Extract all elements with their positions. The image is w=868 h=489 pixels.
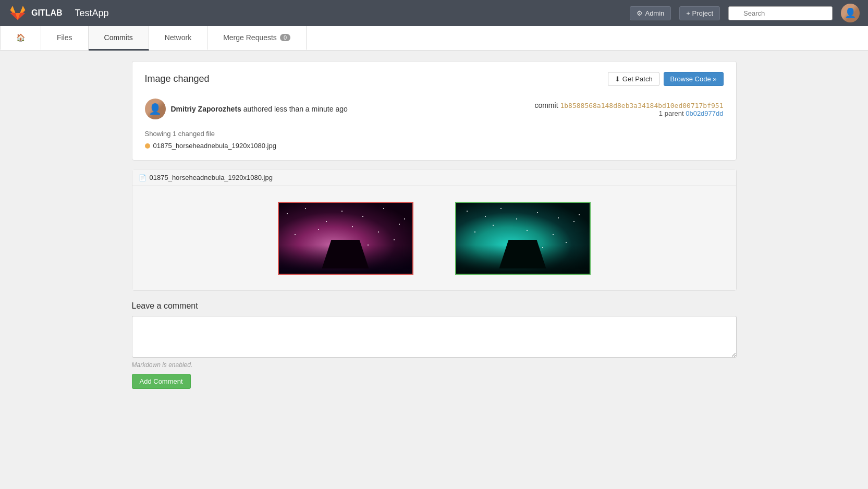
tab-home[interactable]: 🏠 <box>0 26 41 51</box>
commit-header: Image changed ⬇ Get Patch Browse Code » <box>145 72 724 86</box>
header: GITLAB TestApp ⚙ Admin + Project 🔍 👤 <box>0 0 868 26</box>
merge-requests-badge: 0 <box>280 34 290 41</box>
logo-text: GITLAB <box>31 8 63 18</box>
after-image <box>455 202 591 275</box>
main-content: Image changed ⬇ Get Patch Browse Code » … <box>121 51 747 399</box>
parent-hash-link[interactable]: 0b02d977dd <box>686 109 723 117</box>
home-icon: 🏠 <box>16 33 25 42</box>
commit-panel: Image changed ⬇ Get Patch Browse Code » … <box>132 61 737 161</box>
comment-textarea[interactable] <box>132 316 737 358</box>
project-button[interactable]: + Project <box>679 6 720 20</box>
time-ago: less than a minute ago <box>274 105 348 113</box>
comment-title: Leave a comment <box>132 301 737 311</box>
file-list-item: 01875_horseheadnebula_1920x1080.jpg <box>145 142 724 150</box>
gitlab-logo-icon <box>8 4 27 22</box>
before-nebula <box>278 202 413 275</box>
app-name: TestApp <box>75 8 109 19</box>
commit-hash-line: commit 1b8588568a148d8eb3a34184bd10ed007… <box>534 101 723 109</box>
file-changed-dot <box>145 143 150 149</box>
file-icon: 📄 <box>139 174 146 181</box>
commit-parent-line: 1 parent 0b02d977dd <box>534 109 723 117</box>
tab-merge-requests[interactable]: Merge Requests 0 <box>207 26 307 51</box>
add-comment-button[interactable]: Add Comment <box>132 374 191 389</box>
markdown-hint: Markdown is enabled. <box>132 361 737 369</box>
diff-header: 📄 01875_horseheadnebula_1920x1080.jpg <box>132 169 736 186</box>
changed-file-name: 01875_horseheadnebula_1920x1080.jpg <box>153 142 276 150</box>
avatar[interactable]: 👤 <box>841 4 860 22</box>
tab-files[interactable]: Files <box>41 26 89 51</box>
commit-title: Image changed <box>145 74 210 84</box>
admin-button[interactable]: ⚙ Admin <box>630 6 671 20</box>
logo[interactable]: GITLAB <box>8 4 63 22</box>
author-action-text: authored <box>243 105 272 113</box>
nav-tabs: 🏠 Files Commits Network Merge Requests 0 <box>0 26 868 51</box>
download-icon: ⬇ <box>615 75 620 83</box>
commit-info-right: commit 1b8588568a148d8eb3a34184bd10ed007… <box>534 101 723 117</box>
get-patch-button[interactable]: ⬇ Get Patch <box>608 72 659 86</box>
before-image <box>278 202 413 275</box>
comment-section: Leave a comment Markdown is enabled. Add… <box>132 301 737 389</box>
browse-code-button[interactable]: Browse Code » <box>664 72 724 86</box>
image-diff-container <box>132 186 736 290</box>
commit-label: commit <box>534 101 558 109</box>
diff-block: 📄 01875_horseheadnebula_1920x1080.jpg <box>132 169 737 291</box>
author-avatar: 👤 <box>145 99 166 119</box>
search-wrapper: 🔍 <box>728 6 833 20</box>
tab-commits[interactable]: Commits <box>89 26 149 51</box>
commit-actions: ⬇ Get Patch Browse Code » <box>608 72 724 86</box>
after-nebula <box>455 202 591 275</box>
commit-meta: 👤 Dmitriy Zaporozhets authored less than… <box>145 94 724 124</box>
tab-network[interactable]: Network <box>149 26 207 51</box>
gear-icon: ⚙ <box>637 9 643 17</box>
search-input[interactable] <box>728 6 833 20</box>
commit-author-section: 👤 Dmitriy Zaporozhets authored less than… <box>145 99 348 119</box>
diff-file-name: 01875_horseheadnebula_1920x1080.jpg <box>150 174 273 181</box>
files-changed-label: Showing 1 changed file <box>145 130 724 138</box>
commit-hash[interactable]: 1b8588568a148d8eb3a34184bd10ed00717bf951 <box>560 102 723 109</box>
author-name: Dmitriy Zaporozhets <box>171 105 241 113</box>
